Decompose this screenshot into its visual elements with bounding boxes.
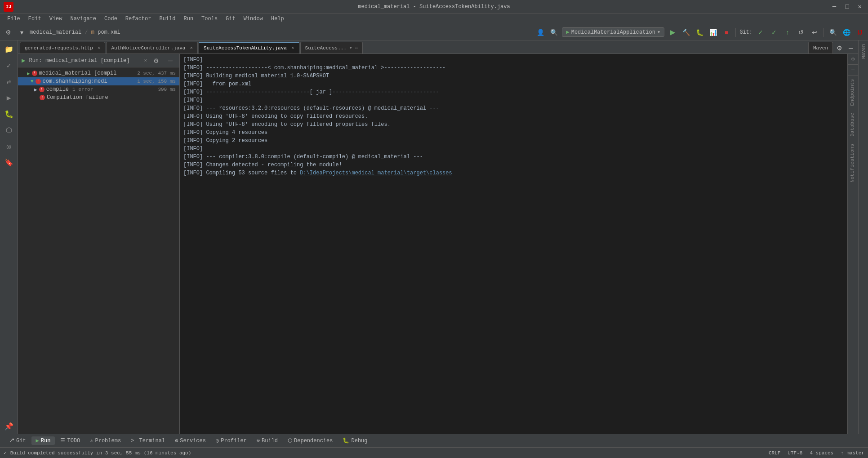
intellij-icon-btn[interactable]: IJ bbox=[855, 27, 865, 38]
menu-run[interactable]: Run bbox=[180, 15, 197, 23]
menu-refactor[interactable]: Refactor bbox=[122, 15, 155, 23]
tab-close-suite[interactable]: × bbox=[291, 45, 294, 51]
bottom-tab-build[interactable]: ⚒ Build bbox=[252, 436, 282, 445]
git-checkmark2-btn[interactable]: ✓ bbox=[769, 27, 779, 38]
error-indicator-child2: ! bbox=[39, 87, 45, 92]
search2-btn[interactable]: 🔍 bbox=[828, 27, 838, 38]
bottom-tab-problems[interactable]: ⚠ Problems bbox=[85, 436, 125, 445]
bottom-tab-services[interactable]: ⚙ Services bbox=[170, 436, 210, 445]
right-panels: ⚙ ─ Endpoints Database Notifications bbox=[847, 54, 858, 434]
menu-navigate[interactable]: Navigate bbox=[67, 15, 100, 23]
endpoints-label[interactable]: Endpoints bbox=[848, 76, 858, 109]
error-indicator-child3: ! bbox=[40, 95, 45, 100]
problems-bottom-icon: ⚠ bbox=[90, 437, 93, 444]
panel-hide-btn[interactable]: ─ bbox=[846, 43, 856, 53]
build-btn[interactable]: 🔨 bbox=[681, 27, 691, 38]
notifications-label[interactable]: Notifications bbox=[848, 140, 858, 186]
run-btn[interactable]: ▶ bbox=[667, 27, 678, 38]
debug-bottom-label: Debug bbox=[351, 438, 367, 444]
run-settings-btn[interactable]: ⚙ bbox=[151, 55, 161, 66]
maximize-button[interactable]: □ bbox=[842, 3, 851, 10]
toolbar-separator2 bbox=[823, 28, 824, 37]
profiler-bottom-label: Profiler bbox=[221, 438, 247, 444]
run-config-dropdown[interactable]: ▶ MedicalMaterialApplication ▾ bbox=[562, 27, 664, 37]
menu-window[interactable]: Window bbox=[240, 15, 267, 23]
bottom-tab-terminal[interactable]: >_ Terminal bbox=[126, 437, 169, 445]
menu-view[interactable]: View bbox=[46, 15, 66, 23]
bottom-tab-profiler[interactable]: ◎ Profiler bbox=[211, 436, 251, 445]
minimize-button[interactable]: ─ bbox=[830, 3, 839, 10]
branch-indicator[interactable]: ↑ master bbox=[841, 450, 864, 456]
compile-path-link[interactable]: D:\IdeaProjects\medical_material\target\… bbox=[300, 170, 452, 176]
project-icon[interactable]: 📁 bbox=[2, 42, 16, 57]
tab-auth-notice-controller[interactable]: AuthNoticeController.java × bbox=[106, 42, 198, 53]
profiler-icon[interactable]: ◎ bbox=[2, 139, 16, 154]
tab-maven[interactable]: Maven bbox=[808, 42, 833, 53]
bottom-tab-run[interactable]: ▶ Run bbox=[31, 436, 55, 445]
breadcrumb-btn[interactable]: ▾ bbox=[16, 27, 27, 38]
tree-item-child2[interactable]: ▶ ! compile 1 error 390 ms bbox=[18, 85, 179, 93]
maven-label[interactable]: Maven bbox=[860, 40, 867, 62]
tree-item-child1[interactable]: ▼ ! com.shanhaiping:medi 1 sec, 150 ms bbox=[18, 77, 179, 85]
right-panel-minimize[interactable]: ─ bbox=[848, 65, 858, 76]
tree-item-root[interactable]: ▶ ! medical_material [compil 2 sec, 437 … bbox=[18, 69, 179, 77]
pullrequest-icon[interactable]: ⇄ bbox=[2, 75, 16, 89]
git-checkmark1-btn[interactable]: ✓ bbox=[755, 27, 766, 38]
intellij-logo: IJ bbox=[4, 2, 13, 12]
console-output: [INFO] [INFO] -------------------< com.s… bbox=[180, 54, 847, 434]
search-btn[interactable]: 🔍 bbox=[548, 27, 559, 38]
database-label[interactable]: Database bbox=[848, 109, 858, 140]
pin-icon[interactable]: 📌 bbox=[2, 419, 16, 434]
coverage-btn[interactable]: 📊 bbox=[708, 27, 718, 38]
panel-settings-btn[interactable]: ⚙ bbox=[834, 43, 845, 53]
tree-child2-sublabel: 1 error bbox=[72, 87, 93, 92]
menu-build[interactable]: Build bbox=[156, 15, 179, 23]
git-update-btn[interactable]: 👤 bbox=[535, 27, 546, 38]
menu-tools[interactable]: Tools bbox=[198, 15, 221, 23]
coverage-icon[interactable]: ⬡ bbox=[2, 123, 16, 138]
left-strip: 📁 ✓ ⇄ ▶ 🐛 ⬡ ◎ 🔖 📌 bbox=[0, 40, 18, 434]
debug-bottom-icon: 🐛 bbox=[343, 437, 349, 444]
run-tab-close[interactable]: × bbox=[144, 58, 147, 63]
git-push-btn[interactable]: ↑ bbox=[782, 27, 793, 38]
git-refresh-btn[interactable]: ↺ bbox=[796, 27, 806, 38]
console-line-5: [INFO] --------------------------------[… bbox=[183, 88, 844, 96]
debug-btn[interactable]: 🐛 bbox=[694, 27, 705, 38]
menu-git[interactable]: Git bbox=[222, 15, 239, 23]
settings-toolbar-btn[interactable]: ⚙ bbox=[3, 27, 13, 38]
expand-child1-icon: ▼ bbox=[31, 79, 34, 84]
stop-btn[interactable]: ■ bbox=[721, 27, 732, 38]
menu-edit[interactable]: Edit bbox=[25, 15, 45, 23]
globe-btn[interactable]: 🌐 bbox=[841, 27, 852, 38]
tab-suite-access-token[interactable]: SuiteAccessTokenAbility.java × bbox=[199, 42, 299, 53]
tab-close-auth[interactable]: × bbox=[190, 45, 193, 51]
bookmark-icon[interactable]: 🔖 bbox=[2, 156, 16, 170]
right-panel-settings[interactable]: ⚙ bbox=[848, 54, 858, 65]
indent-indicator[interactable]: 4 spaces bbox=[810, 450, 833, 456]
menu-code[interactable]: Code bbox=[101, 15, 121, 23]
console-line-1: [INFO] bbox=[183, 56, 844, 64]
git-revert-btn[interactable]: ↩ bbox=[809, 27, 820, 38]
run-icon[interactable]: ▶ bbox=[2, 91, 16, 105]
line-ending-indicator[interactable]: CRLF bbox=[769, 450, 780, 456]
tree-item-child3[interactable]: ! Compilation failure bbox=[18, 93, 179, 102]
tab-generated-requests[interactable]: generated-requests.http × bbox=[20, 42, 105, 53]
bottom-tab-todo[interactable]: ☰ TODO bbox=[56, 436, 85, 445]
commit-icon[interactable]: ✓ bbox=[2, 58, 16, 73]
todo-bottom-label: TODO bbox=[67, 438, 80, 444]
bottom-tab-dependencies[interactable]: ⬡ Dependencies bbox=[283, 436, 337, 445]
menu-file[interactable]: File bbox=[4, 15, 24, 23]
tab-suite-access2[interactable]: SuiteAccess... ▾ ⋯ bbox=[300, 42, 363, 53]
encoding-indicator[interactable]: UTF-8 bbox=[788, 450, 802, 456]
tree-child1-label: com.shanhaiping:medi bbox=[43, 78, 107, 84]
bottom-tab-git[interactable]: ⎇ Git bbox=[4, 436, 31, 445]
run-minimize-btn[interactable]: ─ bbox=[165, 55, 176, 66]
error-indicator-child1: ! bbox=[36, 79, 41, 84]
menu-bar: File Edit View Navigate Code Refactor Bu… bbox=[0, 13, 868, 24]
close-button[interactable]: ✕ bbox=[855, 3, 864, 10]
debug-icon[interactable]: 🐛 bbox=[2, 107, 16, 121]
bottom-tab-debug[interactable]: 🐛 Debug bbox=[338, 436, 372, 445]
run-bottom-icon: ▶ bbox=[36, 437, 39, 444]
tab-close-generated[interactable]: × bbox=[98, 45, 101, 51]
menu-help[interactable]: Help bbox=[267, 15, 288, 23]
